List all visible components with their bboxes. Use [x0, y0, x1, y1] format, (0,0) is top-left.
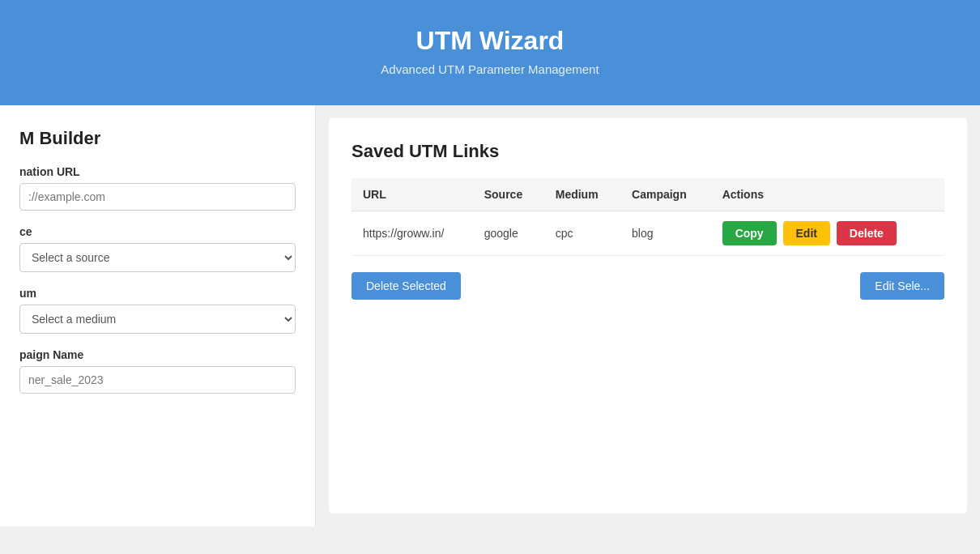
row-medium: cpc [544, 211, 620, 256]
page-subtitle: Advanced UTM Parameter Management [16, 62, 964, 76]
campaign-name-input[interactable] [19, 366, 296, 394]
page-title: UTM Wizard [16, 26, 964, 56]
campaign-name-label: paign Name [19, 348, 296, 361]
col-header-url: URL [352, 178, 473, 211]
source-select[interactable]: Select a source google facebook twitter … [19, 243, 296, 272]
table-header-row: URL Source Medium Campaign Actions [352, 178, 944, 211]
medium-label: um [19, 287, 296, 300]
source-label: ce [19, 225, 296, 238]
col-header-medium: Medium [544, 178, 620, 211]
edit-button[interactable]: Edit [783, 221, 830, 245]
utm-builder-panel: M Builder nation URL ce Select a source … [0, 105, 316, 526]
col-header-campaign: Campaign [620, 178, 711, 211]
row-campaign: blog [620, 211, 711, 256]
copy-button[interactable]: Copy [722, 221, 777, 245]
main-content: M Builder nation URL ce Select a source … [0, 105, 980, 526]
row-url: https://groww.in/ [352, 211, 473, 256]
col-header-actions: Actions [711, 178, 944, 211]
medium-select[interactable]: Select a medium cpc email social organic [19, 305, 296, 334]
destination-url-input[interactable] [19, 183, 296, 211]
row-source: google [473, 211, 544, 256]
row-actions: Copy Edit Delete [711, 211, 944, 256]
destination-url-label: nation URL [19, 165, 296, 178]
saved-utm-links-panel: Saved UTM Links URL Source Medium Campai… [329, 118, 967, 514]
table-row: https://groww.in/ google cpc blog Copy E… [352, 211, 944, 256]
col-header-source: Source [473, 178, 544, 211]
delete-selected-button[interactable]: Delete Selected [352, 272, 461, 300]
edit-selected-button[interactable]: Edit Sele... [860, 272, 944, 300]
builder-panel-title: M Builder [19, 128, 296, 149]
delete-button[interactable]: Delete [837, 221, 897, 245]
table-actions-row: Delete Selected Edit Sele... [352, 272, 944, 300]
utm-links-table: URL Source Medium Campaign Actions https… [352, 178, 944, 256]
saved-links-title: Saved UTM Links [352, 141, 944, 162]
page-header: UTM Wizard Advanced UTM Parameter Manage… [0, 0, 980, 105]
